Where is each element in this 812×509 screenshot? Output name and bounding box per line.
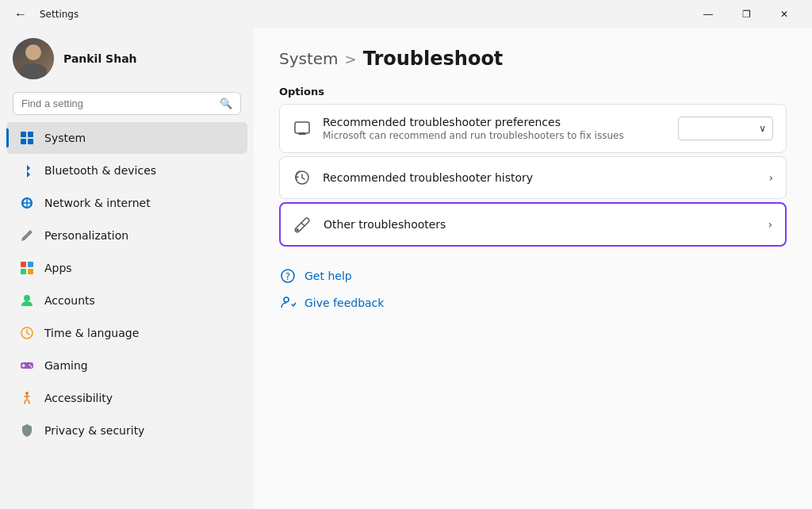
titlebar-left: ← Settings (10, 6, 79, 23)
wrench-icon (293, 215, 312, 234)
svg-rect-18 (295, 122, 309, 133)
time-icon (19, 325, 35, 341)
option-desc-recommended-prefs: Microsoft can recommend and run troubles… (323, 130, 667, 141)
titlebar-title: Settings (40, 9, 79, 20)
option-action-history: › (768, 171, 773, 184)
history-icon (293, 168, 312, 187)
sidebar-label-time: Time & language (44, 327, 139, 339)
avatar-image (13, 38, 54, 79)
search-box[interactable]: 🔍 (13, 92, 241, 115)
section-title: Options (279, 86, 787, 98)
option-text-recommended-history: Recommended troubleshooter history (323, 171, 757, 184)
sidebar-label-accounts: Accounts (44, 294, 95, 307)
svg-point-10 (24, 295, 30, 301)
sidebar-item-apps[interactable]: Apps (6, 252, 247, 284)
breadcrumb-separator: > (345, 51, 357, 67)
network-icon (19, 195, 35, 211)
svg-rect-2 (21, 139, 26, 144)
sidebar-label-privacy: Privacy & security (44, 424, 144, 437)
user-profile[interactable]: Pankil Shah (0, 29, 254, 92)
svg-point-15 (29, 365, 31, 366)
svg-point-16 (31, 366, 33, 368)
breadcrumb-parent[interactable]: System (279, 49, 339, 68)
personalization-icon (19, 228, 35, 243)
get-help-icon: ? (279, 267, 297, 285)
option-card-other-troubleshooters[interactable]: Other troubleshooters › (279, 202, 787, 247)
give-feedback-link[interactable]: Give feedback (279, 289, 787, 316)
sidebar-item-bluetooth[interactable]: Bluetooth & devices (6, 155, 247, 186)
sidebar-label-network: Network & internet (44, 197, 151, 209)
option-action-recommended-prefs: ∨ (678, 117, 773, 140)
get-help-label: Get help (304, 270, 352, 282)
breadcrumb-current: Troubleshoot (363, 48, 504, 70)
svg-rect-14 (22, 365, 25, 367)
sidebar-nav: System Bluetooth & devices (0, 121, 254, 447)
chevron-right-icon-history: › (768, 171, 773, 184)
back-button[interactable]: ← (10, 6, 32, 23)
give-feedback-icon (279, 294, 297, 312)
titlebar-controls: — ❐ ✕ (690, 2, 802, 27)
apps-icon (19, 260, 35, 276)
sidebar-label-apps: Apps (44, 262, 72, 274)
give-feedback-label: Give feedback (304, 297, 384, 309)
option-card-recommended-history[interactable]: Recommended troubleshooter history › (279, 156, 787, 199)
option-title-recommended-history: Recommended troubleshooter history (323, 171, 757, 184)
sidebar-item-gaming[interactable]: Gaming (6, 350, 247, 381)
sidebar-item-accounts[interactable]: Accounts (6, 285, 247, 316)
accessibility-icon (19, 390, 35, 406)
sidebar-item-accessibility[interactable]: Accessibility (6, 382, 247, 414)
breadcrumb: System > Troubleshoot (279, 48, 787, 70)
svg-point-20 (297, 229, 298, 231)
option-card-recommended-prefs[interactable]: Recommended troubleshooter preferences M… (279, 104, 787, 153)
chat-icon (293, 119, 312, 138)
content-area: System > Troubleshoot Options Recommende… (254, 29, 812, 509)
option-title-recommended-prefs: Recommended troubleshooter preferences (323, 116, 667, 128)
recommended-prefs-dropdown[interactable]: ∨ (678, 117, 773, 140)
avatar (13, 38, 54, 79)
svg-rect-9 (28, 269, 33, 274)
chevron-down-icon: ∨ (759, 123, 766, 134)
sidebar-label-gaming: Gaming (44, 359, 88, 372)
option-text-other-troubleshooters: Other troubleshooters (324, 218, 756, 231)
sidebar: Pankil Shah 🔍 System (0, 29, 254, 509)
svg-rect-3 (28, 139, 33, 144)
option-text-recommended-prefs: Recommended troubleshooter preferences M… (323, 116, 667, 141)
sidebar-item-time[interactable]: Time & language (6, 317, 247, 349)
minimize-button[interactable]: — (690, 2, 726, 27)
svg-rect-6 (21, 262, 26, 267)
sidebar-item-network[interactable]: Network & internet (6, 187, 247, 219)
svg-text:?: ? (285, 271, 290, 282)
system-icon (19, 130, 35, 146)
titlebar: ← Settings — ❐ ✕ (0, 0, 812, 29)
get-help-link[interactable]: ? Get help (279, 262, 787, 289)
gaming-icon (19, 358, 35, 373)
sidebar-label-system: System (44, 132, 86, 144)
svg-rect-7 (28, 262, 33, 267)
svg-rect-1 (28, 132, 33, 137)
links-section: ? Get help Give feedback (279, 262, 787, 316)
svg-rect-8 (21, 269, 26, 274)
maximize-button[interactable]: ❐ (728, 2, 764, 27)
search-input[interactable] (21, 98, 213, 109)
option-action-other: › (768, 218, 772, 231)
svg-point-23 (284, 297, 289, 302)
svg-rect-0 (21, 132, 26, 137)
option-title-other-troubleshooters: Other troubleshooters (324, 218, 756, 231)
user-name: Pankil Shah (63, 52, 137, 65)
sidebar-item-system[interactable]: System (6, 122, 247, 154)
search-icon: 🔍 (220, 98, 232, 109)
accounts-icon (19, 293, 35, 308)
sidebar-label-bluetooth: Bluetooth & devices (44, 164, 156, 177)
privacy-icon (19, 423, 35, 438)
sidebar-item-privacy[interactable]: Privacy & security (6, 415, 247, 446)
sidebar-item-personalization[interactable]: Personalization (6, 220, 247, 251)
chevron-right-icon-other: › (768, 218, 772, 231)
sidebar-label-personalization: Personalization (44, 229, 128, 242)
sidebar-label-accessibility: Accessibility (44, 392, 113, 404)
close-button[interactable]: ✕ (766, 2, 802, 27)
bluetooth-icon (19, 163, 35, 178)
app-body: Pankil Shah 🔍 System (0, 29, 812, 509)
